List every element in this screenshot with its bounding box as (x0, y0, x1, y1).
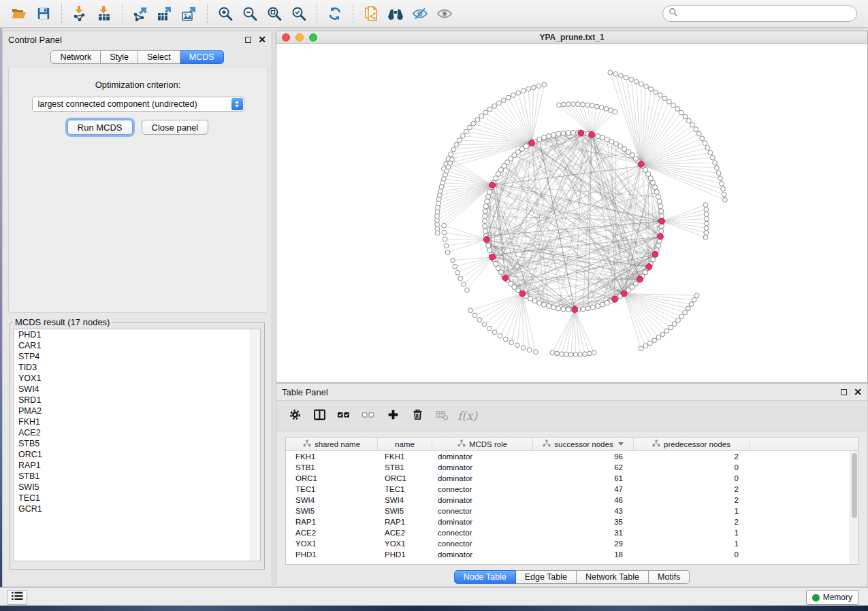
column-header-name[interactable]: name (378, 437, 432, 450)
tree-column-icon (543, 440, 551, 448)
import-table-icon (96, 5, 112, 22)
open-session-button[interactable] (9, 3, 29, 24)
hide-selected-button[interactable] (410, 3, 430, 24)
column-label: predecessor nodes (664, 440, 730, 448)
table-scrollbar-thumb[interactable] (852, 453, 857, 518)
table-settings-button[interactable] (286, 407, 304, 425)
table-scrollbar[interactable] (850, 451, 858, 564)
show-columns-button[interactable] (310, 407, 328, 425)
criterion-select[interactable]: largest connected component (undirected) (32, 97, 244, 112)
select-all-button[interactable] (335, 407, 353, 425)
mcds-result-item[interactable]: STP4 (14, 351, 260, 362)
table-row[interactable]: RAP1RAP1dominator352 (286, 516, 850, 527)
add-column-button[interactable] (384, 407, 402, 425)
task-history-button[interactable] (7, 590, 27, 605)
mcds-result-item[interactable]: RAP1 (14, 460, 260, 471)
sort-chevron-icon[interactable] (618, 442, 624, 446)
export-network-button[interactable] (130, 3, 150, 24)
mcds-result-item[interactable]: CAR1 (14, 340, 260, 351)
clone-network-button[interactable] (361, 3, 381, 24)
search-network-button[interactable] (385, 3, 406, 24)
window-close-light[interactable] (282, 33, 290, 42)
apply-layout-button[interactable] (325, 3, 345, 24)
table-toolbar: f(x) (276, 400, 867, 431)
column-header-shared-name[interactable]: shared name (286, 437, 378, 450)
zoom-fit-button[interactable] (264, 3, 285, 24)
float-panel-icon[interactable] (841, 389, 847, 395)
cell-predecessor-nodes: 1 (634, 529, 750, 537)
mcds-result-item[interactable]: ACE2 (14, 427, 260, 438)
tab-select[interactable]: Select (138, 50, 180, 64)
mcds-result-item[interactable]: YOX1 (14, 373, 260, 384)
table-row[interactable]: STB1STB1dominator620 (286, 462, 850, 473)
close-panel-icon[interactable]: ✕ (854, 389, 862, 395)
table-row[interactable]: SWI4SWI4dominator462 (286, 495, 850, 506)
tab-node-table[interactable]: Node Table (454, 570, 516, 584)
mcds-result-item[interactable]: TID3 (14, 362, 260, 373)
cell-successor-nodes: 96 (533, 452, 634, 461)
export-table-icon (157, 5, 173, 22)
tab-edge-table[interactable]: Edge Table (516, 570, 577, 584)
mcds-result-item[interactable]: SWI4 (14, 384, 260, 395)
table-row[interactable]: SWI5SWI5connector431 (286, 506, 850, 516)
trash-icon (411, 408, 424, 424)
zoom-in-button[interactable] (215, 3, 236, 24)
table-row[interactable]: FKH1FKH1dominator962 (286, 451, 850, 462)
mcds-result-item[interactable]: SWI5 (14, 482, 260, 493)
binoculars-icon (387, 5, 404, 22)
mcds-list-scrollbar[interactable] (251, 329, 260, 561)
memory-label: Memory (823, 593, 852, 602)
function-builder-button[interactable]: f(x) (457, 407, 477, 425)
window-minimize-light[interactable] (295, 33, 304, 42)
mcds-result-item[interactable]: GCR1 (14, 503, 260, 514)
mcds-result-item[interactable]: STB5 (14, 438, 260, 449)
close-panel-button[interactable]: Close panel (142, 120, 209, 135)
table-row[interactable]: PHD1PHD1dominator180 (286, 549, 850, 560)
zoom-out-button[interactable] (240, 3, 260, 24)
memory-status-dot (812, 594, 820, 601)
float-panel-icon[interactable] (245, 37, 251, 43)
mcds-result-item[interactable]: PMA2 (14, 406, 260, 416)
export-image-button[interactable] (179, 3, 199, 24)
tab-mcds[interactable]: MCDS (180, 50, 224, 64)
window-maximize-light[interactable] (309, 33, 317, 42)
export-table-button[interactable] (155, 3, 175, 24)
show-all-button[interactable] (434, 3, 455, 24)
tab-style[interactable]: Style (101, 50, 138, 64)
network-canvas[interactable] (276, 44, 867, 382)
table-type-tabs: Node TableEdge TableNetwork TableMotifs (276, 570, 867, 584)
network-window-titlebar[interactable]: YPA_prune.txt_1 (276, 31, 867, 44)
mcds-result-item[interactable]: FKH1 (14, 416, 260, 427)
import-network-button[interactable] (69, 3, 90, 24)
delete-table-button[interactable] (433, 407, 451, 425)
mcds-result-item[interactable]: SRD1 (14, 395, 260, 406)
memory-button[interactable]: Memory (806, 590, 858, 605)
deselect-all-button[interactable] (359, 407, 377, 425)
search-input[interactable] (678, 9, 851, 18)
save-session-button[interactable] (33, 3, 54, 24)
mcds-result-item[interactable]: STB1 (14, 471, 260, 482)
import-network-icon (71, 5, 88, 22)
mcds-result-item[interactable]: PHD1 (14, 329, 260, 340)
delete-column-button[interactable] (408, 407, 426, 425)
table-row[interactable]: TEC1TEC1connector472 (286, 484, 850, 495)
main-toolbar (0, 0, 868, 28)
close-panel-icon[interactable]: ✕ (258, 37, 266, 43)
column-header-successor-nodes[interactable]: successor nodes (533, 437, 634, 450)
column-header-predecessor-nodes[interactable]: predecessor nodes (634, 437, 750, 450)
table-row[interactable]: ACE2ACE2connector311 (286, 527, 850, 538)
table-row[interactable]: YOX1YOX1connector291 (286, 538, 850, 549)
table-row[interactable]: ORC1ORC1dominator610 (286, 473, 850, 484)
mcds-result-item[interactable]: ORC1 (14, 449, 260, 460)
tab-network[interactable]: Network (50, 50, 101, 64)
column-header-mcds-role[interactable]: MCDS role (432, 437, 533, 450)
import-table-button[interactable] (94, 3, 114, 24)
tab-motifs[interactable]: Motifs (649, 570, 690, 584)
network-graph[interactable] (276, 44, 867, 382)
table-panel: Table Panel ✕ f(x) shared namenameMCDS r… (276, 383, 868, 587)
zoom-selected-button[interactable] (289, 3, 309, 24)
tab-network-table[interactable]: Network Table (577, 570, 649, 584)
run-mcds-button[interactable]: Run MCDS (67, 120, 133, 135)
cell-shared-name: RAP1 (286, 518, 378, 526)
mcds-result-item[interactable]: TEC1 (14, 493, 260, 503)
